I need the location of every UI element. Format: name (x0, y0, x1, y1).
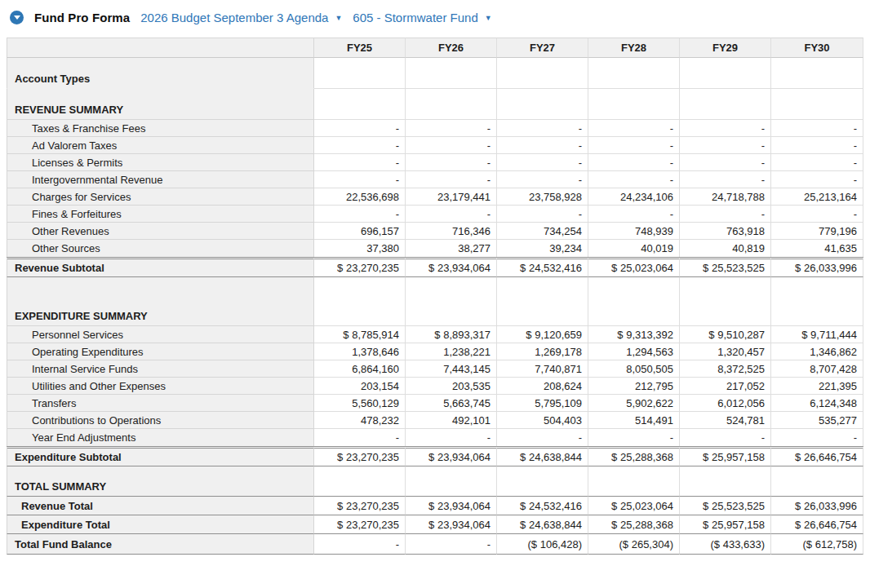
cell-value (771, 277, 863, 326)
cell-value: $ 26,033,996 (771, 257, 863, 277)
cell-value: 40,819 (680, 240, 771, 257)
cell-value: ($ 106,428) (497, 534, 588, 555)
fund-proforma-page: Fund Pro Forma 2026 Budget September 3 A… (0, 0, 870, 588)
cell-value: 203,535 (406, 378, 497, 395)
cell-value (771, 466, 863, 497)
cell-value: $ 26,033,996 (771, 497, 863, 515)
cell-value: $ 9,120,659 (497, 326, 588, 343)
budget-version-label: 2026 Budget September 3 Agenda (140, 11, 328, 24)
cell-value: - (588, 206, 680, 223)
cell-value (406, 89, 497, 120)
cell-value: - (680, 429, 771, 446)
cell-value: 734,254 (497, 223, 588, 240)
cell-value (588, 58, 680, 89)
cell-value: - (497, 137, 588, 154)
cell-value: ($ 612,758) (771, 534, 863, 555)
cell-value: 7,443,145 (406, 360, 497, 378)
cell-value: 221,395 (771, 378, 863, 395)
row-label: Taxes & Franchise Fees (7, 120, 314, 137)
row-label: Transfers (7, 395, 314, 412)
table-row: Utilities and Other Expenses203,154203,5… (7, 378, 863, 395)
cell-value: - (406, 206, 497, 223)
page-header: Fund Pro Forma 2026 Budget September 3 A… (0, 0, 870, 34)
row-label: Licenses & Permits (7, 154, 314, 171)
cell-value (771, 58, 863, 89)
cell-value: - (314, 429, 406, 446)
cell-value: 24,718,788 (680, 188, 771, 206)
cell-value: - (314, 206, 406, 223)
cell-value: 514,491 (588, 412, 680, 429)
cell-value: - (406, 171, 497, 188)
column-header-fy27: FY27 (497, 38, 588, 58)
cell-value: - (314, 534, 406, 555)
cell-value: $ 23,270,235 (314, 257, 406, 277)
cell-value (497, 277, 588, 326)
cell-value: $ 23,934,064 (406, 446, 497, 466)
cell-value: - (680, 206, 771, 223)
cell-value: - (771, 206, 863, 223)
cell-value: 779,196 (771, 223, 863, 240)
table-row: Revenue Total$ 23,270,235$ 23,934,064$ 2… (7, 497, 863, 515)
table-row: Contributions to Operations478,232492,10… (7, 412, 863, 429)
cell-value (680, 466, 771, 497)
row-label: Account Types (7, 58, 314, 89)
table-row: Year End Adjustments------ (7, 429, 863, 446)
cell-value: 8,707,428 (771, 360, 863, 378)
row-label: EXPENDITURE SUMMARY (7, 277, 314, 326)
cell-value: - (406, 137, 497, 154)
column-header-fy25: FY25 (314, 38, 406, 58)
cell-value: - (314, 154, 406, 171)
cell-value: - (588, 137, 680, 154)
cell-value (314, 466, 406, 497)
cell-value: 1,320,457 (680, 343, 771, 360)
cell-value: ($ 433,633) (680, 534, 771, 555)
table-row: Internal Service Funds6,864,1607,443,145… (7, 360, 863, 378)
row-label: Internal Service Funds (7, 360, 314, 378)
cell-value (314, 89, 406, 120)
cell-value: $ 23,934,064 (406, 257, 497, 277)
cell-value: 22,536,698 (314, 188, 406, 206)
cell-value: - (497, 120, 588, 137)
collapse-circle-icon[interactable] (10, 11, 24, 24)
row-label: Contributions to Operations (7, 412, 314, 429)
cell-value: 6,012,056 (680, 395, 771, 412)
row-label: Expenditure Total (7, 515, 314, 534)
cell-value: $ 24,638,844 (497, 515, 588, 534)
cell-value: - (771, 137, 863, 154)
cell-value (314, 277, 406, 326)
table-row: Other Revenues696,157716,346734,254748,9… (7, 223, 863, 240)
cell-value: 716,346 (406, 223, 497, 240)
cell-value: - (680, 154, 771, 171)
cell-value: - (314, 171, 406, 188)
row-label: TOTAL SUMMARY (7, 466, 314, 497)
table-row: Revenue Subtotal$ 23,270,235$ 23,934,064… (7, 257, 863, 277)
cell-value: 38,277 (406, 240, 497, 257)
row-label: Utilities and Other Expenses (7, 378, 314, 395)
cell-value: $ 25,288,368 (588, 515, 680, 534)
table-row: Personnel Services$ 8,785,914$ 8,893,317… (7, 326, 863, 343)
cell-value: 1,238,221 (406, 343, 497, 360)
cell-value: 763,918 (680, 223, 771, 240)
budget-version-dropdown[interactable]: 2026 Budget September 3 Agenda ▼ (140, 11, 342, 24)
table-row: Expenditure Total$ 23,270,235$ 23,934,06… (7, 515, 863, 534)
cell-value (406, 466, 497, 497)
row-label: Revenue Total (7, 497, 314, 515)
cell-value: $ 9,510,287 (680, 326, 771, 343)
cell-value: 40,019 (588, 240, 680, 257)
cell-value: 25,213,164 (771, 188, 863, 206)
fund-dropdown[interactable]: 605 - Stormwater Fund ▼ (353, 11, 491, 24)
cell-value: $ 23,270,235 (314, 497, 406, 515)
cell-value: ($ 265,304) (588, 534, 680, 555)
cell-value: - (771, 429, 863, 446)
cell-value (497, 466, 588, 497)
cell-value: 1,378,646 (314, 343, 406, 360)
cell-value: 6,864,160 (314, 360, 406, 378)
fund-proforma-table: FY25FY26FY27FY28FY29FY30 Account TypesRE… (7, 38, 863, 555)
corner-cell (7, 38, 314, 58)
row-label: Fines & Forfeitures (7, 206, 314, 223)
column-header-fy28: FY28 (588, 38, 680, 58)
cell-value: 8,050,505 (588, 360, 680, 378)
cell-value: $ 24,532,416 (497, 497, 588, 515)
cell-value: - (680, 120, 771, 137)
page-title: Fund Pro Forma (34, 11, 130, 24)
